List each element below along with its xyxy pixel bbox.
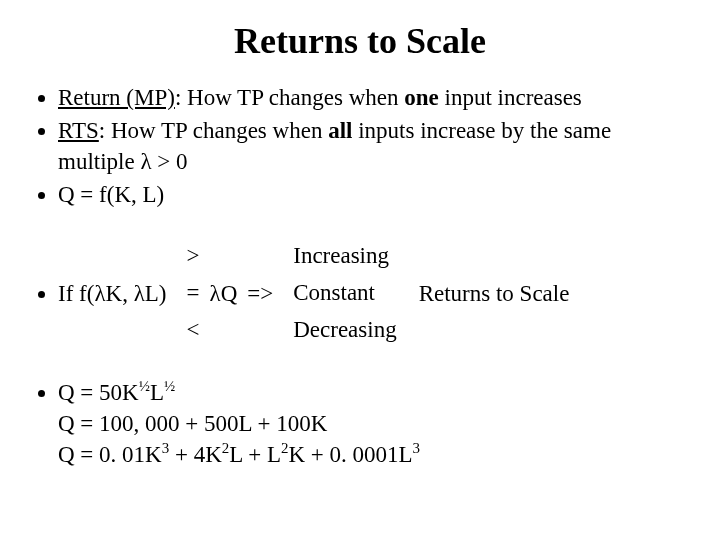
page-title: Returns to Scale (30, 20, 690, 62)
condition-suffix: Returns to Scale (407, 278, 570, 309)
text: L (150, 380, 164, 405)
label-increasing: Increasing (293, 238, 396, 275)
op-lt: < (187, 312, 200, 349)
exponent: 3 (413, 440, 420, 456)
condition-arrow: => (247, 278, 283, 309)
term-rts: RTS (58, 118, 99, 143)
condition-prefix: If f(λK, λL) (58, 278, 177, 309)
list-item-examples: Q = 50K½L½ Q = 100, 000 + 500L + 100K Q … (58, 377, 690, 470)
rts-condition: If f(λK, λL) > = < λQ => Increasing Cons… (58, 238, 690, 348)
label-decreasing: Decreasing (293, 312, 396, 349)
label-stack: Increasing Constant Decreasing (283, 238, 406, 348)
exponent: ½ (164, 378, 175, 394)
condition-value: λQ (210, 278, 248, 309)
text: : How TP changes when (99, 118, 328, 143)
emph-all: all (328, 118, 352, 143)
example-eq-3: Q = 0. 01K3 + 4K2L + L2K + 0. 0001L3 (58, 439, 690, 470)
list-item: RTS: How TP changes when all inputs incr… (58, 115, 690, 177)
text: Q = 0. 01K (58, 442, 162, 467)
slide: Returns to Scale Return (MP): How TP cha… (0, 0, 720, 540)
text: K + 0. 0001L (288, 442, 412, 467)
text: L + L (229, 442, 281, 467)
list-item: Return (MP): How TP changes when one inp… (58, 82, 690, 113)
op-eq: = (187, 275, 200, 312)
operator-stack: > = < (177, 238, 210, 348)
text: input increases (439, 85, 582, 110)
list-item-condition: If f(λK, λL) > = < λQ => Increasing Cons… (58, 238, 690, 348)
list-item: Q = f(K, L) (58, 179, 690, 210)
term-return-mp: Return (MP) (58, 85, 175, 110)
op-gt: > (187, 238, 200, 275)
bullet-list: Return (MP): How TP changes when one inp… (30, 82, 690, 470)
emph-one: one (404, 85, 439, 110)
example-eq-2: Q = 100, 000 + 500L + 100K (58, 408, 690, 439)
text: : How TP changes when (175, 85, 404, 110)
example-eq-1: Q = 50K½L½ (58, 377, 690, 408)
label-constant: Constant (293, 275, 396, 312)
text: Q = 50K (58, 380, 139, 405)
equation-production: Q = f(K, L) (58, 182, 164, 207)
text: + 4K (169, 442, 222, 467)
exponent: ½ (139, 378, 150, 394)
